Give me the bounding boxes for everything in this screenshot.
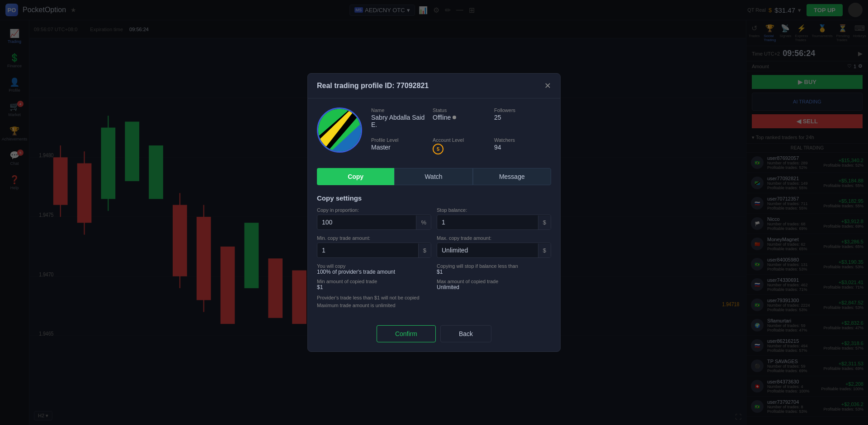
profile-details-grid: Name Sabry Abdalla Said E. Status Offlin… (371, 107, 551, 159)
profile-level-value: Master (371, 144, 428, 151)
info-stop-value: $1 (437, 269, 551, 275)
account-level-field: Account Level 5 (433, 137, 490, 154)
status-label: Status (433, 107, 490, 113)
status-field: Status Offline (433, 107, 490, 128)
copy-button[interactable]: Copy (317, 168, 394, 185)
info-copy-label: You will copy (317, 263, 431, 269)
modal-header: Real trading profile ID: 77092821 ✕ (308, 74, 560, 98)
action-buttons: Copy Watch Message (317, 168, 551, 185)
info-row-1: You will copy 100% of provider's trade a… (317, 263, 551, 275)
info-min-label: Min amount of copied trade (317, 279, 431, 284)
stop-balance-field: Stop balance: $ (437, 207, 551, 230)
modal-body: Name Sabry Abdalla Said E. Status Offlin… (308, 98, 560, 325)
confirm-button[interactable]: Confirm (377, 325, 436, 342)
modal-title: Real trading profile ID: 77092821 (317, 82, 429, 90)
account-level-value: 5 (433, 144, 490, 154)
profile-level-label: Profile Level (371, 137, 428, 143)
status-text: Offline (433, 114, 451, 121)
info-copy-block: You will copy 100% of provider's trade a… (317, 263, 431, 275)
status-value: Offline (433, 114, 490, 121)
info-row-2: Min amount of copied trade $1 Max amount… (317, 279, 551, 290)
stop-balance-input-wrapper: $ (437, 215, 551, 230)
modal-overlay[interactable]: Real trading profile ID: 77092821 ✕ (0, 0, 868, 425)
copy-proportion-label: Copy in proportion: (317, 207, 431, 213)
followers-label: Followers (494, 107, 551, 113)
back-button[interactable]: Back (440, 325, 491, 342)
warning-text: Provider's trade less than $1 will not b… (317, 294, 551, 309)
min-copy-label: Min. copy trade amount: (317, 235, 431, 241)
max-copy-input-wrapper: $ (437, 243, 551, 258)
watchers-field: Watchers 94 (494, 137, 551, 154)
info-max-value: Unlimited (437, 284, 551, 290)
followers-value: 25 (494, 114, 551, 121)
stop-balance-unit: $ (538, 215, 551, 229)
info-max-block: Max amount of copied trade Unlimited (437, 279, 551, 290)
info-stop-block: Copying will stop if balance less than $… (437, 263, 551, 275)
profile-section: Name Sabry Abdalla Said E. Status Offlin… (317, 107, 551, 159)
min-copy-unit: $ (418, 243, 431, 257)
info-max-label: Max amount of copied trade (437, 279, 551, 284)
min-copy-input[interactable] (317, 243, 418, 257)
modal-close-button[interactable]: ✕ (544, 81, 551, 91)
info-min-value: $1 (317, 284, 431, 290)
max-copy-field: Max. copy trade amount: $ (437, 235, 551, 258)
copy-modal: Real trading profile ID: 77092821 ✕ (307, 73, 561, 352)
warning-1: Provider's trade less than $1 will not b… (317, 294, 551, 302)
min-copy-input-wrapper: $ (317, 243, 431, 258)
name-label: Name (371, 107, 428, 113)
name-field: Name Sabry Abdalla Said E. (371, 107, 428, 128)
info-min-block: Min amount of copied trade $1 (317, 279, 431, 290)
stop-balance-input[interactable] (437, 215, 538, 229)
max-copy-input[interactable] (437, 243, 538, 257)
copy-settings-title: Copy settings (317, 194, 551, 202)
watchers-value: 94 (494, 144, 551, 151)
profile-level-field: Profile Level Master (371, 137, 428, 154)
settings-row-2: Min. copy trade amount: $ Max. copy trad… (317, 235, 551, 258)
watch-button[interactable]: Watch (394, 168, 472, 185)
watchers-label: Watchers (494, 137, 551, 143)
max-copy-unit: $ (538, 243, 551, 257)
max-copy-label: Max. copy trade amount: (437, 235, 551, 241)
copy-proportion-field: Copy in proportion: % (317, 207, 431, 230)
copy-settings-section: Copy settings Copy in proportion: % Stop… (317, 194, 551, 309)
account-level-label: Account Level (433, 137, 490, 143)
name-value: Sabry Abdalla Said E. (371, 114, 428, 128)
settings-row-1: Copy in proportion: % Stop balance: $ (317, 207, 551, 230)
info-copy-value: 100% of provider's trade amount (317, 269, 431, 275)
message-button[interactable]: Message (473, 168, 551, 185)
profile-avatar (317, 107, 362, 153)
level-badge: 5 (433, 144, 443, 154)
copy-proportion-input-wrapper: % (317, 215, 431, 230)
warning-2: Maximum trade amount is unlimited (317, 302, 551, 309)
copy-proportion-unit: % (416, 215, 431, 229)
status-dot (453, 116, 456, 119)
copy-proportion-input[interactable] (317, 215, 416, 229)
info-stop-label: Copying will stop if balance less than (437, 263, 551, 269)
profile-details: Name Sabry Abdalla Said E. Status Offlin… (371, 107, 551, 159)
stop-balance-label: Stop balance: (437, 207, 551, 213)
modal-footer: Confirm Back (308, 325, 560, 351)
min-copy-field: Min. copy trade amount: $ (317, 235, 431, 258)
followers-field: Followers 25 (494, 107, 551, 128)
